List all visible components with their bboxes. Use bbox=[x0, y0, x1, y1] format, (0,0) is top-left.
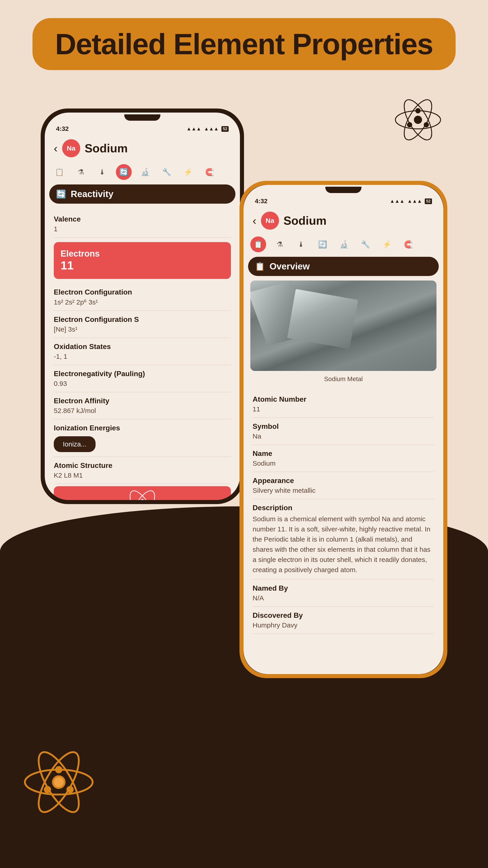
ionization-button[interactable]: Ioniza... bbox=[54, 436, 96, 452]
front-content-area: Atomic Number 11 Symbol Na Name Sodium A… bbox=[243, 386, 443, 638]
front-tab-structure[interactable]: 🔬 bbox=[336, 237, 352, 252]
label-name: Name bbox=[253, 450, 434, 458]
property-electron-config: Electron Configuration 1s² 2s² 2p⁶ 3s¹ bbox=[54, 283, 231, 311]
tab-structure[interactable]: 🔬 bbox=[137, 164, 153, 180]
front-tab-temperature[interactable]: 🌡 bbox=[293, 237, 309, 252]
property-symbol: Symbol Na bbox=[253, 418, 434, 445]
tab-overview[interactable]: 📋 bbox=[52, 164, 67, 180]
value-atomic-number: 11 bbox=[253, 405, 434, 413]
back-section-title: Reactivity bbox=[71, 189, 113, 199]
property-label-valence: Valence bbox=[54, 215, 231, 223]
label-named-by: Named By bbox=[253, 584, 434, 592]
front-tab-reactivity[interactable]: 🔄 bbox=[315, 237, 330, 252]
atomic-structure-visual bbox=[54, 486, 231, 500]
property-discovered-by: Discovered By Humphry Davy bbox=[253, 607, 434, 634]
label-atomic-number: Atomic Number bbox=[253, 395, 434, 403]
back-content-area: Valence 1 Electrons 11 Electron Configur… bbox=[45, 206, 240, 500]
svg-point-20 bbox=[140, 499, 144, 500]
phone-back-screen: 4:32 ▲▲▲ ▲▲▲ 52 ‹ Na Sodium 📋 ⚗ 🌡 bbox=[45, 113, 240, 500]
image-caption: Sodium Metal bbox=[324, 375, 363, 382]
property-electron-config-short: Electron Configuration S [Ne] 3s¹ bbox=[54, 311, 231, 338]
front-phone-tab-bar: 📋 ⚗ 🌡 🔄 🔬 🔧 ⚡ 🧲 bbox=[243, 234, 443, 254]
tab-temperature[interactable]: 🌡 bbox=[94, 164, 110, 180]
front-phone-status-bar: 4:32 ▲▲▲ ▲▲▲ 52 bbox=[243, 193, 443, 207]
value-atomic-structure: K2 L8 M1 bbox=[54, 471, 231, 479]
page-header: Detailed Element Properties bbox=[33, 18, 456, 70]
tab-reactivity[interactable]: 🔄 bbox=[116, 164, 132, 180]
tab-energy[interactable]: ⚡ bbox=[180, 164, 196, 180]
front-tab-isotopes[interactable]: ⚗ bbox=[272, 237, 288, 252]
element-name-back: Sodium bbox=[85, 142, 128, 155]
reactivity-icon: 🔄 bbox=[56, 189, 66, 199]
property-electron-affinity: Electron Affinity 52.867 kJ/mol bbox=[54, 392, 231, 419]
element-badge-back: Na bbox=[62, 139, 80, 157]
tab-properties[interactable]: 🔧 bbox=[159, 164, 175, 180]
property-named-by: Named By N/A bbox=[253, 580, 434, 607]
element-symbol-front: Na bbox=[265, 217, 274, 224]
front-section-title: Overview bbox=[269, 261, 310, 272]
property-atomic-number: Atomic Number 11 bbox=[253, 391, 434, 418]
electrons-title: Electrons bbox=[61, 249, 224, 258]
front-back-arrow-icon[interactable]: ‹ bbox=[253, 214, 256, 227]
back-section-header: 🔄 Reactivity bbox=[49, 184, 235, 204]
property-value-valence: 1 bbox=[54, 225, 231, 233]
phone-front-screen: 4:32 ▲▲▲ ▲▲▲ 52 ‹ Na Sodium 📋 ⚗ 🌡 bbox=[243, 185, 443, 674]
label-appearance: Appearance bbox=[253, 476, 434, 485]
property-atomic-structure: Atomic Structure K2 L8 M1 bbox=[54, 457, 231, 484]
front-tab-energy[interactable]: ⚡ bbox=[379, 237, 395, 252]
front-signal-icon: ▲▲▲ bbox=[390, 198, 404, 204]
property-ionization-energies: Ionization Energies Ioniza... bbox=[54, 419, 231, 457]
signal-icon: ▲▲▲ bbox=[186, 126, 201, 132]
value-named-by: N/A bbox=[253, 594, 434, 602]
label-electronegativity: Electronegativity (Pauling) bbox=[54, 370, 231, 378]
electrons-value: 11 bbox=[61, 258, 224, 272]
property-name: Name Sodium bbox=[253, 445, 434, 472]
value-electron-config-short: [Ne] 3s¹ bbox=[54, 326, 231, 333]
sodium-metal-image bbox=[250, 281, 436, 371]
property-valence: Valence 1 bbox=[54, 211, 231, 238]
phone-front: 4:32 ▲▲▲ ▲▲▲ 52 ‹ Na Sodium 📋 ⚗ 🌡 bbox=[239, 181, 447, 678]
property-oxidation-states: Oxidation States -1, 1 bbox=[54, 338, 231, 365]
front-phone-notch bbox=[243, 185, 443, 193]
front-battery-icon: 52 bbox=[425, 198, 432, 204]
label-atomic-structure: Atomic Structure bbox=[54, 461, 231, 470]
value-electron-affinity: 52.867 kJ/mol bbox=[54, 407, 231, 414]
label-electron-config-short: Electron Configuration S bbox=[54, 315, 231, 324]
property-electronegativity: Electronegativity (Pauling) 0.93 bbox=[54, 365, 231, 392]
value-electron-config: 1s² 2s² 2p⁶ 3s¹ bbox=[54, 298, 231, 306]
value-electronegativity: 0.93 bbox=[54, 380, 231, 388]
value-description: Sodium is a chemical element with symbol… bbox=[253, 514, 434, 575]
label-electron-affinity: Electron Affinity bbox=[54, 397, 231, 405]
label-symbol: Symbol bbox=[253, 422, 434, 431]
back-phone-status-icons: ▲▲▲ ▲▲▲ 52 bbox=[186, 126, 229, 132]
phones-container: 4:32 ▲▲▲ ▲▲▲ 52 ‹ Na Sodium 📋 ⚗ 🌡 bbox=[41, 90, 447, 814]
back-phone-notch bbox=[45, 113, 240, 121]
image-caption-container: Sodium Metal bbox=[243, 375, 443, 383]
front-wifi-icon: ▲▲▲ bbox=[408, 198, 422, 204]
value-symbol: Na bbox=[253, 432, 434, 440]
front-tab-properties[interactable]: 🔧 bbox=[358, 237, 373, 252]
wifi-icon: ▲▲▲ bbox=[204, 126, 219, 132]
label-discovered-by: Discovered By bbox=[253, 611, 434, 620]
front-tab-overview[interactable]: 📋 bbox=[250, 237, 266, 252]
element-name-front: Sodium bbox=[284, 214, 327, 227]
tab-isotopes[interactable]: ⚗ bbox=[73, 164, 89, 180]
label-description: Description bbox=[253, 504, 434, 512]
electrons-card: Electrons 11 bbox=[54, 242, 231, 279]
label-oxidation-states: Oxidation States bbox=[54, 342, 231, 351]
label-ionization-energies: Ionization Energies bbox=[54, 424, 231, 432]
front-tab-magnetic[interactable]: 🧲 bbox=[400, 237, 416, 252]
value-oxidation-states: -1, 1 bbox=[54, 352, 231, 360]
front-phone-app-header: ‹ Na Sodium bbox=[243, 207, 443, 234]
property-appearance: Appearance Silvery white metallic bbox=[253, 472, 434, 499]
front-section-header: 📋 Overview bbox=[248, 257, 439, 276]
back-phone-time: 4:32 bbox=[56, 125, 69, 132]
back-arrow-icon[interactable]: ‹ bbox=[54, 142, 58, 155]
value-appearance: Silvery white metallic bbox=[253, 487, 434, 494]
phone-back: 4:32 ▲▲▲ ▲▲▲ 52 ‹ Na Sodium 📋 ⚗ 🌡 bbox=[41, 108, 244, 504]
label-electron-config: Electron Configuration bbox=[54, 288, 231, 296]
front-phone-time: 4:32 bbox=[255, 197, 267, 205]
tab-magnetic[interactable]: 🧲 bbox=[202, 164, 218, 180]
element-symbol-back: Na bbox=[67, 145, 75, 152]
value-discovered-by: Humphry Davy bbox=[253, 621, 434, 629]
